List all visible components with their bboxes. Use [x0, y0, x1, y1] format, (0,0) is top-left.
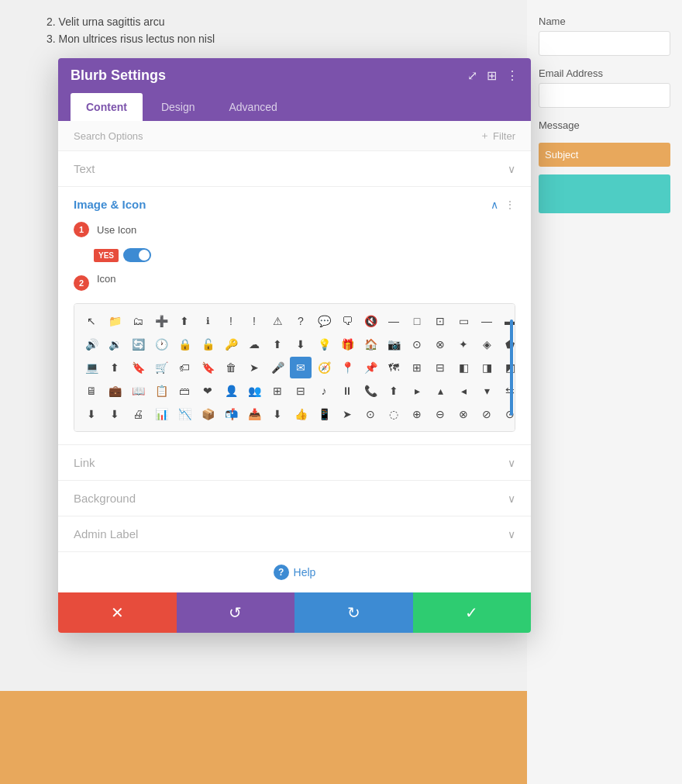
icon-cell[interactable]: ❤: [197, 380, 219, 402]
icon-cell[interactable]: 🗺: [383, 357, 405, 378]
icon-cell[interactable]: 📦: [197, 403, 219, 425]
icon-cell[interactable]: —: [383, 310, 405, 332]
icon-cell[interactable]: 🔖: [127, 357, 149, 378]
icon-cell[interactable]: 📞: [360, 380, 381, 402]
icon-cell[interactable]: ⊕: [406, 403, 428, 425]
icon-cell[interactable]: □: [406, 310, 428, 332]
icon-cell[interactable]: ☁: [243, 333, 265, 355]
icon-cell[interactable]: 🏷: [174, 357, 195, 378]
icon-cell[interactable]: 🔊: [81, 333, 102, 355]
icon-cell-mail-selected[interactable]: ✉: [290, 357, 312, 378]
icon-cell[interactable]: 📍: [336, 357, 358, 378]
icon-cell[interactable]: ⊖: [429, 403, 451, 425]
help-icon[interactable]: ?: [274, 565, 289, 580]
icon-cell[interactable]: ⊟: [429, 357, 451, 378]
icon-cell[interactable]: 📱: [313, 403, 335, 425]
icon-cell[interactable]: 🔒: [174, 333, 195, 355]
image-icon-section-header[interactable]: Image & Icon ∧ ⋮: [58, 187, 531, 222]
icon-cell[interactable]: 🖥: [81, 380, 102, 402]
icon-cell[interactable]: ➕: [150, 310, 172, 332]
icon-cell[interactable]: ▭: [453, 310, 474, 332]
icon-cell[interactable]: 🛒: [150, 357, 172, 378]
icon-cell[interactable]: 🔓: [197, 333, 219, 355]
filter-button[interactable]: ＋ Filter: [480, 129, 515, 143]
icon-cell[interactable]: ◌: [383, 403, 405, 425]
icon-cell[interactable]: 🔄: [127, 333, 149, 355]
help-label[interactable]: Help: [294, 566, 316, 579]
more-icon[interactable]: ⋮: [506, 68, 518, 83]
icon-cell[interactable]: ⬆: [104, 357, 126, 378]
icon-cell[interactable]: 🗂: [127, 310, 149, 332]
icon-cell[interactable]: 🔉: [104, 333, 126, 355]
save-button[interactable]: ✓: [413, 592, 532, 633]
icon-cell[interactable]: ⊘: [476, 403, 498, 425]
icon-cell[interactable]: 🧭: [313, 357, 335, 378]
background-section-header[interactable]: Background ∨: [58, 481, 531, 516]
icon-cell[interactable]: 🗨: [336, 310, 358, 332]
icon-cell[interactable]: 📋: [150, 380, 172, 402]
icon-cell[interactable]: 📊: [150, 403, 172, 425]
icon-cell[interactable]: 🎁: [336, 333, 358, 355]
icon-cell[interactable]: 👤: [220, 380, 242, 402]
icon-cell[interactable]: ⬆: [174, 310, 195, 332]
image-icon-menu-icon[interactable]: ⋮: [505, 199, 515, 211]
icon-cell[interactable]: ⊡: [429, 310, 451, 332]
icon-cell[interactable]: ⬆: [383, 380, 405, 402]
icon-cell[interactable]: 🖨: [127, 403, 149, 425]
cancel-button[interactable]: ✕: [58, 592, 177, 633]
icon-cell[interactable]: 🗑: [220, 357, 242, 378]
icon-cell[interactable]: 🔖: [197, 357, 219, 378]
icon-cell[interactable]: ⊞: [406, 357, 428, 378]
layout-icon[interactable]: ⊞: [487, 68, 497, 83]
icon-cell[interactable]: !: [220, 310, 242, 332]
icon-cell[interactable]: ✦: [453, 333, 474, 355]
tab-advanced[interactable]: Advanced: [213, 93, 292, 121]
icon-cell[interactable]: ▴: [429, 380, 451, 402]
expand-icon[interactable]: ⤢: [467, 68, 477, 83]
icon-cell[interactable]: 📬: [220, 403, 242, 425]
icon-cell[interactable]: 💡: [313, 333, 335, 355]
icon-cell[interactable]: 📥: [243, 403, 265, 425]
icon-cell[interactable]: 👥: [243, 380, 265, 402]
icon-cell[interactable]: ➤: [243, 357, 265, 378]
tab-content[interactable]: Content: [71, 93, 143, 121]
text-section-header[interactable]: Text ∨: [58, 151, 531, 186]
icon-cell[interactable]: 🔑: [220, 333, 242, 355]
icon-cell[interactable]: 🏠: [360, 333, 381, 355]
icon-cell[interactable]: —: [476, 310, 498, 332]
icon-cell[interactable]: ⚠: [267, 310, 288, 332]
icon-cell[interactable]: 📷: [383, 333, 405, 355]
icon-cell[interactable]: ⊗: [429, 333, 451, 355]
redo-button[interactable]: ↻: [294, 592, 413, 633]
icon-cell[interactable]: ↖: [81, 310, 102, 332]
icon-cell[interactable]: 💻: [81, 357, 102, 378]
icon-cell[interactable]: 💬: [313, 310, 335, 332]
icon-cell[interactable]: 🗃: [174, 380, 195, 402]
toggle-switch[interactable]: [123, 248, 151, 262]
icon-cell[interactable]: 👍: [290, 403, 312, 425]
icon-cell[interactable]: ⊙: [406, 333, 428, 355]
icon-cell[interactable]: ◧: [453, 357, 474, 378]
icon-cell[interactable]: ⬇: [104, 403, 126, 425]
icon-cell[interactable]: ◂: [453, 380, 474, 402]
icon-cell[interactable]: ⊗: [453, 403, 474, 425]
admin-label-section-header[interactable]: Admin Label ∨: [58, 516, 531, 551]
icon-cell[interactable]: ⬇: [290, 333, 312, 355]
icon-cell[interactable]: ➤: [336, 403, 358, 425]
icon-grid-container[interactable]: ↖ 📁 🗂 ➕ ⬆ ℹ ! ! ⚠ ? 💬 🗨 🔇 —: [74, 303, 515, 432]
undo-button[interactable]: ↺: [177, 592, 295, 633]
icon-cell[interactable]: 📖: [127, 380, 149, 402]
icon-cell[interactable]: ⊙: [360, 403, 381, 425]
link-section-header[interactable]: Link ∨: [58, 445, 531, 480]
icon-cell[interactable]: ⊞: [267, 380, 288, 402]
icon-cell[interactable]: ▸: [406, 380, 428, 402]
icon-cell[interactable]: 🔇: [360, 310, 381, 332]
icon-cell[interactable]: 🎤: [267, 357, 288, 378]
icon-cell[interactable]: 📌: [360, 357, 381, 378]
icon-cell[interactable]: ⬇: [267, 403, 288, 425]
tab-design[interactable]: Design: [146, 93, 211, 121]
icon-cell[interactable]: ⬇: [81, 403, 102, 425]
icon-cell[interactable]: ⬆: [267, 333, 288, 355]
icon-cell[interactable]: ♪: [313, 380, 335, 402]
icon-cell[interactable]: ◨: [476, 357, 498, 378]
